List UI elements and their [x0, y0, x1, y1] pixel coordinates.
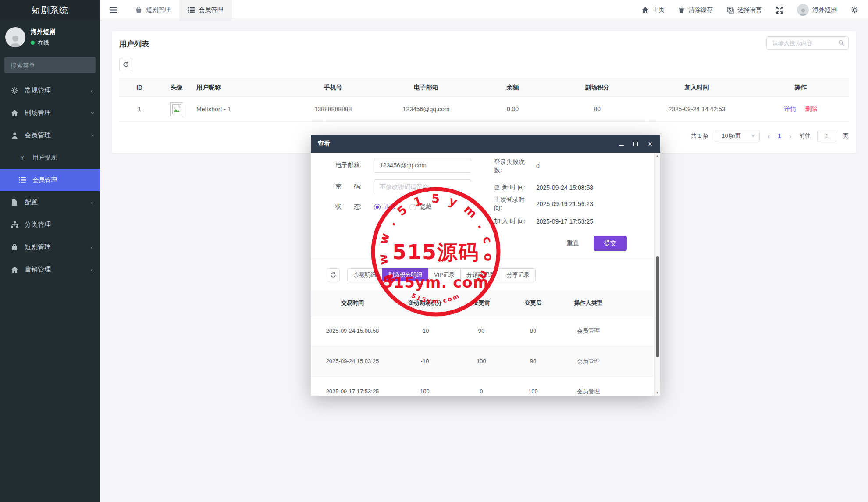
minimize-icon[interactable] [618, 141, 624, 147]
chevron-left-icon: ‹ [91, 199, 93, 206]
close-icon[interactable]: × [647, 141, 653, 147]
tab-balance-detail[interactable]: 余额明细 [347, 268, 382, 281]
points-detail-table: 交易时间 变动剧场积分 变更前 变更后 操作人类型 2025-09-24 15:… [311, 291, 653, 396]
list-icon [18, 177, 27, 183]
sidebar-item-label: 剧场管理 [25, 109, 51, 117]
tab-drama-management[interactable]: 短剧管理 [127, 0, 179, 20]
refresh-button[interactable] [327, 268, 340, 281]
detail-link[interactable]: 详情 [784, 105, 797, 112]
email-field[interactable] [374, 158, 471, 173]
join-time-label: 加 入 时 间: [494, 217, 529, 225]
submit-button[interactable]: 提交 [594, 236, 627, 251]
current-page[interactable]: 1 [778, 132, 781, 139]
tab-theater-points-detail[interactable]: 剧场积分明细 [382, 268, 428, 281]
cell-empty [618, 316, 653, 346]
sidebar-item-label: 会员管理 [32, 176, 57, 184]
broken-image-icon [170, 102, 183, 116]
next-page-button[interactable]: › [788, 132, 793, 140]
sidebar-user-status: 在线 [31, 39, 55, 47]
scroll-down-icon[interactable]: ▼ [655, 391, 660, 395]
language-icon [727, 7, 734, 14]
fullscreen-button[interactable] [776, 7, 783, 14]
cell-empty [618, 376, 653, 396]
home-icon [10, 110, 19, 117]
table-row: 2025-09-24 15:03:25 -10 100 90 会员管理 [311, 346, 653, 376]
goto-label: 前往 [799, 132, 811, 140]
sidebar-item-label: 短剧管理 [25, 243, 51, 251]
goto-page-input[interactable] [817, 130, 836, 142]
col-after-change: 变更后 [507, 291, 559, 316]
delete-link[interactable]: 删除 [805, 105, 817, 112]
status-field-row: 状 态: 正常 隐藏 [335, 203, 445, 211]
cell-phone: 13888888888 [286, 97, 380, 122]
gear-icon [851, 6, 858, 14]
app-title: 短剧系统 [0, 0, 100, 20]
sidebar-item-theater-management[interactable]: 剧场管理 ‹ [0, 102, 100, 124]
sidebar-user-meta: 海外短剧 在线 [31, 28, 55, 47]
tab-vip-records[interactable]: VIP记录 [428, 268, 461, 281]
sidebar-search-input[interactable] [10, 61, 91, 69]
sidebar-menu: 常规管理 ‹ 剧场管理 ‹ 会员管理 ‹ ¥ 用户提现 会员管理 [0, 79, 100, 281]
home-label: 主页 [652, 6, 665, 14]
refresh-button[interactable] [119, 58, 132, 71]
tab-distributor-records[interactable]: 分销商记录 [460, 268, 501, 281]
cell-trade-time: 2025-09-24 15:08:58 [311, 316, 394, 346]
password-field[interactable] [374, 179, 471, 194]
cell-trade-time: 2025-09-24 15:03:25 [311, 346, 394, 376]
scrollbar-thumb[interactable] [656, 256, 659, 357]
sidebar-item-user-withdraw[interactable]: ¥ 用户提现 [0, 146, 100, 169]
table-search-input[interactable] [772, 39, 838, 47]
sidebar-item-member-management[interactable]: 会员管理 ‹ [0, 124, 100, 146]
status-hidden-radio[interactable]: 隐藏 [409, 203, 432, 211]
col-trade-time: 交易时间 [311, 291, 394, 316]
tab-label: 会员管理 [199, 6, 223, 14]
sidebar-toggle-button[interactable] [100, 0, 127, 20]
reset-button[interactable]: 重置 [564, 239, 582, 248]
card-header: 用户列表 [112, 31, 856, 49]
modal-scrollbar[interactable]: ▲ ▼ [654, 153, 660, 396]
chevron-left-icon: ‹ [91, 266, 93, 273]
sidebar-item-drama-management[interactable]: 短剧管理 ‹ [0, 236, 100, 258]
modal-header[interactable]: 查看 × [311, 135, 660, 153]
user-icon [10, 132, 19, 139]
col-actions: 操作 [753, 78, 849, 97]
clear-cache-button[interactable]: 清除缓存 [679, 6, 713, 14]
settings-button[interactable] [851, 6, 858, 14]
tab-share-records[interactable]: 分享记录 [501, 268, 536, 281]
sidebar-item-config[interactable]: 配置 ‹ [0, 191, 100, 214]
last-login-value: 2025-09-19 21:56:23 [536, 200, 593, 207]
cell-email: 123456@qq.com [380, 97, 472, 122]
col-id: ID [119, 78, 160, 97]
update-time-label: 更 新 时 间: [494, 183, 529, 192]
sidebar-item-marketing-management[interactable]: 营销管理 ‹ [0, 258, 100, 281]
clear-cache-label: 清除缓存 [688, 6, 713, 14]
cell-nickname: Mettshort - 1 [194, 97, 286, 122]
language-select-button[interactable]: 选择语言 [727, 6, 762, 14]
scroll-up-icon[interactable]: ▲ [655, 154, 660, 158]
file-icon [10, 199, 19, 206]
sidebar-item-category-management[interactable]: 分类管理 [0, 214, 100, 236]
status-normal-radio[interactable]: 正常 [374, 203, 396, 211]
chevron-down-icon: ‹ [89, 134, 95, 136]
password-field-row: 密 码: [335, 179, 471, 194]
home-button[interactable]: 主页 [642, 6, 665, 14]
user-menu[interactable]: 海外短剧 [797, 4, 837, 16]
chevron-left-icon: ‹ [91, 87, 93, 94]
tab-member-management[interactable]: 会员管理 [179, 0, 232, 20]
status-label: 状 态: [335, 203, 374, 211]
cell-points-change: 100 [394, 376, 455, 396]
table-row: 2025-09-17 17:53:25 100 0 100 会员管理 [311, 376, 653, 396]
sidebar-item-member-management-sub[interactable]: 会员管理 [0, 169, 100, 191]
restore-icon[interactable] [633, 141, 639, 147]
col-phone: 手机号 [286, 78, 380, 97]
sidebar-item-general-management[interactable]: 常规管理 ‹ [0, 79, 100, 102]
form-actions: 重置 提交 [564, 236, 627, 251]
refresh-icon [330, 272, 336, 278]
page-size-select[interactable]: 10条/页 [715, 130, 760, 142]
user-table: ID 头像 用户昵称 手机号 电子邮箱 余额 剧场积分 加入时间 操作 1 [119, 78, 849, 122]
prev-page-button[interactable]: ‹ [766, 132, 771, 140]
window-controls: × [618, 141, 653, 147]
search-icon[interactable] [838, 40, 844, 46]
cell-after-change: 80 [507, 316, 559, 346]
cell-id: 1 [119, 97, 160, 122]
